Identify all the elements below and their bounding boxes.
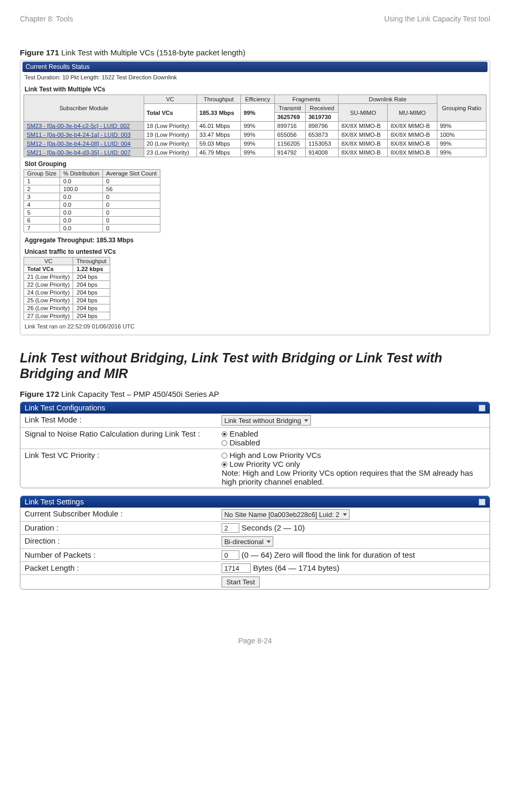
figure-171-caption: Figure 171 Link Test with Multiple VCs (… — [20, 48, 490, 57]
packet-length-suffix: Bytes (64 — 1714 bytes) — [253, 563, 339, 572]
table-row: 60.00 — [24, 217, 160, 225]
col-dist: % Distribution — [60, 170, 102, 178]
sm-link[interactable]: SM23 - [0a-00-3e-b4-c2-5c] - LUID: 002 — [24, 122, 144, 131]
page-header: Chapter 8: Tools Using the Link Capacity… — [20, 15, 490, 23]
col-frag: Fragments — [274, 95, 339, 104]
linktest-heading: Link Test with Multiple VCs — [24, 83, 486, 95]
table-row: 22 (Low Priority)204 bps — [24, 281, 110, 289]
main-table: Subscriber Module VC Throughput Efficien… — [24, 95, 486, 157]
aggregate-throughput: Aggregate Throughput: 185.33 Mbps — [24, 232, 486, 245]
table-row: 21 (Low Priority)204 bps — [24, 273, 110, 281]
section-heading: Link Test without Bridging, Link Test wi… — [20, 350, 490, 381]
unicast-table: VC Throughput Total VCs1.22 kbps 21 (Low… — [24, 257, 110, 320]
direction-value: Bi-directional — [224, 538, 263, 546]
chevron-down-icon — [343, 513, 347, 516]
col-vc: VC — [24, 257, 73, 265]
sm-link[interactable]: SM11 - [0a-00-3e-b4-24-1a] - LUID: 003 — [24, 131, 144, 139]
total-tx: Transmit3625769 — [274, 104, 306, 122]
mode-label: Link Test Mode : — [20, 414, 217, 428]
table-row: SM23 - [0a-00-3e-b4-c2-5c] - LUID: 002 1… — [24, 122, 486, 131]
table-row: 26 (Low Priority)204 bps — [24, 304, 110, 312]
col-dlr: Downlink Rate — [339, 95, 437, 104]
col-thr: Throughput — [196, 95, 241, 104]
figure-title: Link Test with Multiple VCs (1518-byte p… — [59, 48, 246, 57]
results-banner: Current Results Status — [22, 62, 488, 72]
col-vc: VC — [144, 95, 196, 104]
figure-title: Link Capacity Test – PMP 450/450i Series… — [59, 390, 219, 398]
chevron-down-icon — [266, 540, 271, 543]
chevron-down-icon — [304, 419, 308, 422]
collapse-icon[interactable] — [479, 499, 485, 505]
figure-172-caption: Figure 172 Link Capacity Test – PMP 450/… — [20, 390, 490, 398]
vcp-note: Note: High and Low Priority VCs option r… — [222, 468, 485, 486]
duration-suffix: Seconds (2 — 10) — [241, 523, 305, 532]
test-meta: Test Duration: 10 Pkt Length: 1522 Test … — [24, 73, 486, 83]
section-label: Using the Link Capacity Test tool — [384, 15, 490, 23]
page-number: Page 8-24 — [20, 637, 490, 645]
table-row: 25 (Low Priority)204 bps — [24, 297, 110, 304]
table-row: 30.00 — [24, 193, 160, 201]
table-row: 27 (Low Priority)204 bps — [24, 312, 110, 320]
start-test-button[interactable]: Start Test — [222, 576, 260, 587]
sm-link[interactable]: SM12 - [0a-00-3e-b4-24-08] - LUID: 004 — [24, 139, 144, 148]
table-row: 50.00 — [24, 209, 160, 217]
vcp-low-only-radio[interactable] — [222, 462, 227, 467]
table-row: 10.00 — [24, 178, 160, 185]
chapter-label: Chapter 8: Tools — [20, 15, 73, 23]
table-row: 2100.056 — [24, 185, 160, 193]
sm-link[interactable]: SM21 - [0a-00-3e-b4-d3-35] - LUID: 007 — [24, 148, 144, 157]
total-eff: 99% — [241, 104, 274, 122]
link-test-config-panel: Link Test Configurations Link Test Mode … — [20, 402, 490, 488]
direction-select[interactable]: Bi-directional — [222, 536, 273, 547]
csm-label: Current Subscriber Module : — [20, 508, 217, 522]
col-mu: MU-MIMO — [388, 104, 437, 122]
packet-length-input[interactable]: 1714 — [222, 563, 251, 573]
table-row: 70.00 — [24, 225, 160, 232]
table-row: 40.00 — [24, 201, 160, 209]
unicast-heading: Unicast traffic to untested VCs — [24, 245, 486, 257]
col-thr: Throughput — [73, 257, 110, 265]
test-timestamp: Link Test ran on 22:52:09 01/06/2016 UTC — [24, 320, 486, 329]
csm-select[interactable]: No Site Name [0a003eb228c6] Luid: 2 — [222, 509, 349, 520]
table-row: SM11 - [0a-00-3e-b4-24-1a] - LUID: 003 1… — [24, 131, 486, 139]
mode-value: Link Test without Bridging — [224, 417, 301, 425]
settings-header: Link Test Settings — [20, 496, 490, 508]
direction-label: Direction : — [20, 535, 217, 549]
num-packets-label: Number of Packets : — [20, 549, 217, 562]
settings-title: Link Test Settings — [25, 498, 84, 506]
col-group-size: Group Size — [24, 170, 60, 178]
csm-value: No Site Name [0a003eb228c6] Luid: 2 — [224, 511, 339, 519]
config-title: Link Test Configurations — [25, 404, 106, 412]
results-panel: Current Results Status Test Duration: 10… — [20, 60, 490, 335]
snr-disabled-label: Disabled — [229, 438, 260, 447]
vcp-high-low-radio[interactable] — [222, 453, 227, 458]
total-vcs-label: Total VCs — [144, 104, 196, 122]
col-su: SU-MIMO — [339, 104, 388, 122]
col-sm: Subscriber Module — [24, 95, 144, 122]
vcp-label: Link Test VC Priority : — [20, 449, 217, 488]
snr-disabled-radio[interactable] — [222, 440, 227, 446]
duration-input[interactable]: 2 — [222, 523, 239, 533]
packet-length-label: Packet Length : — [20, 562, 217, 575]
slot-table: Group Size % Distribution Average Slot C… — [24, 169, 160, 232]
figure-number: Figure 171 — [20, 48, 59, 57]
total-thr: 185.33 Mbps — [196, 104, 241, 122]
table-row: 24 (Low Priority)204 bps — [24, 289, 110, 297]
total-rx: Received3619730 — [306, 104, 339, 122]
snr-enabled-label: Enabled — [229, 429, 258, 438]
link-test-settings-panel: Link Test Settings Current Subscriber Mo… — [20, 496, 490, 590]
num-packets-input[interactable]: 0 — [222, 550, 239, 560]
col-eff: Efficiency — [241, 95, 274, 104]
snr-enabled-radio[interactable] — [222, 431, 227, 437]
mode-select[interactable]: Link Test without Bridging — [222, 415, 311, 426]
settings-table: Current Subscriber Module : No Site Name… — [20, 508, 490, 589]
collapse-icon[interactable] — [479, 405, 485, 411]
config-table: Link Test Mode : Link Test without Bridg… — [20, 414, 490, 488]
duration-label: Duration : — [20, 522, 217, 535]
col-grp: Grouping Ratio — [437, 95, 486, 122]
slot-heading: Slot Grouping — [24, 157, 486, 169]
col-avg: Average Slot Count — [102, 170, 160, 178]
figure-number: Figure 172 — [20, 390, 59, 398]
config-header: Link Test Configurations — [20, 402, 490, 414]
snr-label: Signal to Noise Ratio Calculation during… — [20, 428, 217, 449]
